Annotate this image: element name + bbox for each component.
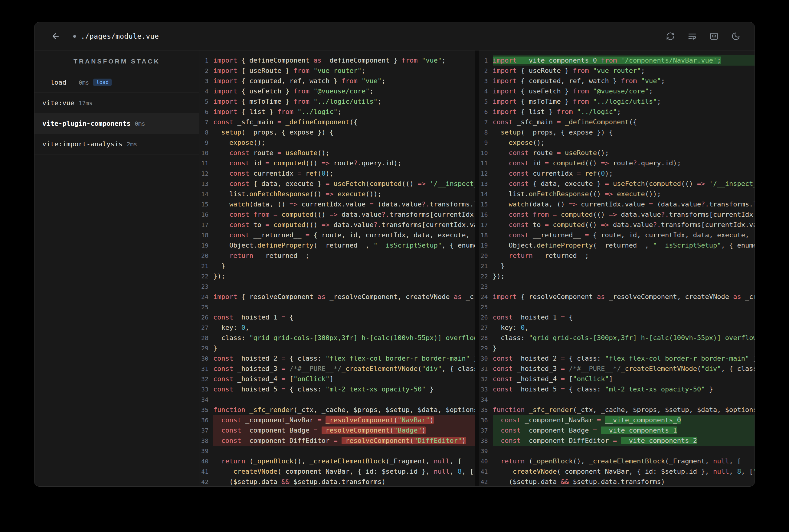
code-line: 24import { resolveComponent as _resolveC… — [479, 292, 755, 302]
line-number: 7 — [199, 117, 213, 127]
code-line: 7const _sfc_main = _defineComponent({ — [479, 117, 755, 127]
dark-mode-icon[interactable] — [731, 32, 740, 41]
line-number: 40 — [199, 456, 213, 467]
line-number: 2 — [199, 65, 213, 76]
diff-editor: 1import { defineComponent as _defineComp… — [199, 51, 754, 486]
split-view-icon[interactable] — [709, 32, 719, 41]
code-line: 36 const _component_NavBar = _resolveCom… — [199, 415, 475, 425]
diff-pane-after[interactable]: 1import __vite_components_0 from '/compo… — [479, 51, 755, 486]
code-line: 31const _hoisted_3 = /*#__PURE__*/_creat… — [479, 364, 755, 374]
line-number: 24 — [479, 292, 493, 302]
code-text: setup(__props, { expose }) { — [213, 127, 475, 137]
code-line: 25 — [479, 302, 755, 312]
code-text: ($setup.data && $setup.data.transforms) — [213, 477, 475, 486]
transform-stack-item[interactable]: __load__0msload — [35, 72, 199, 93]
code-text: return (_openBlock(), _createElementBloc… — [493, 456, 755, 467]
code-line: 29} — [199, 343, 475, 353]
line-number: 27 — [199, 323, 213, 333]
wrap-text-icon[interactable] — [687, 32, 697, 41]
code-text: return __returned__; — [213, 251, 475, 261]
line-number: 21 — [479, 261, 493, 271]
code-line: 20 return __returned__; — [479, 251, 755, 261]
code-line: 15 watch(data, () => currentIdx.value = … — [479, 199, 755, 209]
code-text: _createVNode(_component_NavBar, { id: $s… — [493, 467, 755, 477]
code-line: 14 list.onFetchResponse(() => execute())… — [479, 189, 755, 199]
line-number: 13 — [199, 179, 213, 189]
code-text: const _sfc_main = _defineComponent({ — [493, 117, 755, 127]
transform-stack-item[interactable]: vite:vue17ms — [35, 93, 199, 113]
code-line: 32const _hoisted_4 = ["onClick"] — [479, 374, 755, 384]
line-number: 21 — [199, 261, 213, 271]
code-text: const _hoisted_1 = { — [493, 312, 755, 323]
code-line: 3import { computed, ref, watch } from "v… — [199, 76, 475, 86]
code-text: const _component_DiffEditor = __vite_com… — [493, 436, 755, 446]
line-number: 1 — [479, 55, 493, 65]
code-line: 15 watch(data, () => currentIdx.value = … — [199, 199, 475, 209]
code-line: 19 Object.defineProperty(__returned__, "… — [199, 240, 475, 251]
code-line: 31const _hoisted_3 = /*#__PURE__*/_creat… — [199, 364, 475, 374]
transform-stack-item[interactable]: vite-plugin-components0ms — [35, 113, 199, 134]
line-number: 25 — [479, 302, 493, 312]
line-number: 4 — [479, 86, 493, 96]
line-number: 11 — [479, 158, 493, 168]
code-text: const { data, execute } = useFetch(compu… — [493, 179, 755, 189]
code-line: 5import { msToTime } from "../logic/util… — [479, 96, 755, 107]
code-line: 40 return (_openBlock(), _createElementB… — [479, 456, 755, 467]
line-number: 26 — [199, 312, 213, 323]
code-text: import __vite_components_0 from '/compon… — [493, 55, 755, 65]
code-text: } — [493, 343, 755, 353]
code-text: return __returned__; — [493, 251, 755, 261]
code-line: 22}); — [199, 271, 475, 281]
code-text — [213, 281, 475, 292]
line-number: 8 — [199, 127, 213, 137]
line-number: 40 — [479, 456, 493, 467]
transform-stack-item[interactable]: vite:import-analysis2ms — [35, 134, 199, 154]
plugin-name: __load__ — [42, 79, 74, 86]
code-line: 17 const to = computed(() => data.value?… — [199, 220, 475, 230]
line-number: 28 — [199, 333, 213, 343]
code-line: 30const _hoisted_2 = { class: "flex flex… — [479, 353, 755, 364]
line-number: 17 — [479, 220, 493, 230]
code-text: setup(__props, { expose }) { — [493, 127, 755, 137]
line-number: 5 — [199, 96, 213, 107]
line-number: 22 — [479, 271, 493, 281]
line-number: 34 — [479, 395, 493, 405]
line-number: 20 — [479, 251, 493, 261]
line-number: 16 — [479, 209, 493, 220]
line-number: 23 — [479, 281, 493, 292]
code-line: 23 — [199, 281, 475, 292]
code-line: 24import { resolveComponent as _resolveC… — [199, 292, 475, 302]
line-number: 36 — [199, 415, 213, 425]
code-line: 9 expose(); — [199, 137, 475, 148]
code-text: const currentIdx = ref(0); — [493, 168, 755, 179]
code-line: 2import { useRoute } from "vue-router"; — [479, 65, 755, 76]
code-line: 4import { useFetch } from "@vueuse/core"… — [199, 86, 475, 96]
code-text: const _component_NavBar = __vite_compone… — [493, 415, 755, 425]
plugin-duration: 0ms — [135, 120, 145, 127]
line-number: 33 — [479, 384, 493, 395]
code-line: 21 } — [479, 261, 755, 271]
code-line: 28 class: "grid grid-cols-[300px,3fr] h-… — [479, 333, 755, 343]
code-text: function _sfc_render(_ctx, _cache, $prop… — [213, 405, 475, 415]
line-number: 29 — [199, 343, 213, 353]
code-line: 11 const id = computed(() => route?.quer… — [199, 158, 475, 168]
code-text: expose(); — [213, 137, 475, 148]
code-text: const _hoisted_1 = { — [213, 312, 475, 323]
code-text: import { msToTime } from "../logic/utils… — [493, 96, 755, 107]
code-line: 5import { msToTime } from "../logic/util… — [199, 96, 475, 107]
line-number: 3 — [479, 76, 493, 86]
line-number: 10 — [199, 148, 213, 158]
line-number: 9 — [199, 137, 213, 148]
code-text: const _sfc_main = _defineComponent({ — [213, 117, 475, 127]
line-number: 35 — [479, 405, 493, 415]
code-text: const _hoisted_2 = { class: "flex flex-c… — [213, 353, 475, 364]
back-button[interactable] — [50, 31, 61, 42]
refresh-icon[interactable] — [665, 32, 675, 41]
screenshot: ./pages/module.vue TRANSFORM STACK _ — [0, 0, 789, 532]
line-number: 38 — [199, 436, 213, 446]
code-text: import { useRoute } from "vue-router"; — [493, 65, 755, 76]
line-number: 29 — [479, 343, 493, 353]
diff-pane-before[interactable]: 1import { defineComponent as _defineComp… — [199, 51, 475, 486]
code-text — [493, 446, 755, 456]
module-path-title: ./pages/module.vue — [81, 32, 159, 40]
